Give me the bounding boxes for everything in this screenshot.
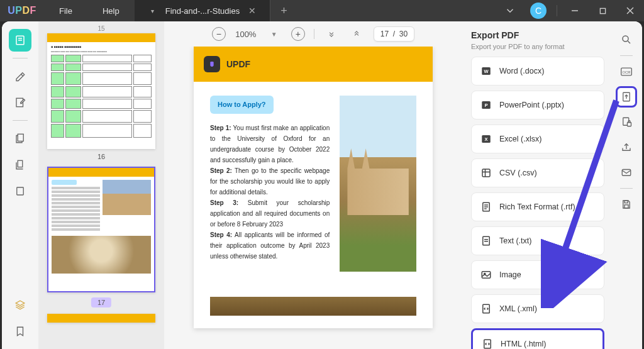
crop-tool[interactable] [9, 153, 31, 176]
svg-rect-8 [18, 134, 23, 141]
scroll-up-icon[interactable] [348, 26, 365, 42]
export-title: Export PDF [471, 30, 604, 40]
email-button[interactable] [616, 162, 637, 183]
right-toolbar: OCR [611, 21, 642, 349]
rtf-icon [480, 201, 492, 213]
svg-rect-10 [17, 187, 24, 195]
menu-help[interactable]: Help [87, 0, 135, 21]
bookmark-tool[interactable] [9, 320, 31, 343]
save-button[interactable] [616, 194, 637, 215]
zoom-in-button[interactable]: + [291, 27, 305, 41]
pdf-page: UPDF How to Apply? Step 1: You must firs… [194, 47, 433, 328]
svg-rect-19 [482, 169, 490, 177]
thumb-label-16: 16 [47, 153, 155, 160]
secondary-image [210, 297, 416, 316]
svg-rect-9 [18, 160, 23, 167]
updf-logo-icon [204, 56, 220, 72]
svg-marker-11 [16, 301, 25, 306]
maximize-button[interactable] [589, 0, 616, 21]
svg-rect-42 [622, 170, 631, 176]
export-text[interactable]: Text (.txt) [471, 226, 604, 255]
export-button-active[interactable] [616, 86, 637, 108]
view-toolbar: − 100% ▼ + 17 / 30 [164, 21, 462, 47]
export-html[interactable]: HTML (.html) [471, 328, 604, 349]
thumb-label-17: 17 [91, 297, 111, 307]
app-body: 15 ■ ■■■■■ ■■■■■■■■■ ■■■■■■■■ ■■■■ ■■■ ■… [2, 21, 642, 349]
svg-text:X: X [484, 136, 487, 142]
export-csv[interactable]: CSV (.csv) [471, 158, 604, 187]
thumb-label-15: 15 [47, 25, 155, 32]
protect-button[interactable] [616, 111, 637, 133]
word-icon: W [480, 65, 492, 77]
document-view: − 100% ▼ + 17 / 30 UPDF [164, 21, 462, 349]
titlebar: UPDF File Help ▾ Find-and-...r-Studies ✕… [0, 0, 644, 21]
svg-text:P: P [484, 102, 487, 108]
left-toolbar [2, 21, 38, 349]
highlight-tool[interactable] [9, 65, 31, 87]
svg-point-33 [623, 36, 628, 42]
ocr-button[interactable]: OCR [616, 61, 637, 82]
menu-file[interactable]: File [44, 0, 87, 21]
export-xml[interactable]: XML (.xml) [471, 294, 604, 323]
zoom-out-button[interactable]: − [212, 27, 226, 41]
export-panel: Export PDF Export your PDF to any format… [462, 21, 611, 349]
export-image[interactable]: Image [471, 260, 604, 289]
tab-title: Find-and-...r-Studies [165, 6, 240, 16]
scroll-down-icon[interactable] [323, 26, 340, 42]
page-number-input[interactable]: 17 / 30 [374, 26, 414, 42]
powerpoint-icon: P [480, 99, 492, 111]
svg-rect-40 [628, 123, 631, 126]
zoom-level: 100% [235, 30, 257, 39]
svg-text:OCR: OCR [623, 70, 631, 74]
stack-tool[interactable] [9, 294, 31, 316]
thumbnails-tool[interactable] [9, 29, 31, 52]
thumbnail-16[interactable]: ■ ■■■■■ ■■■■■■■■■ ■■■■■■■■ ■■■■ ■■■ ■■■■… [47, 33, 155, 149]
svg-rect-1 [600, 8, 605, 13]
xml-icon [480, 303, 492, 314]
search-button[interactable] [616, 29, 637, 50]
layers-tool[interactable] [9, 180, 31, 202]
thumbnail-panel[interactable]: 15 ■ ■■■■■ ■■■■■■■■■ ■■■■■■■■ ■■■■ ■■■ ■… [38, 21, 164, 349]
apply-heading: How to Apply? [210, 96, 274, 114]
export-excel[interactable]: X Excel (.xlsx) [471, 125, 604, 153]
edit-tool[interactable] [9, 91, 31, 114]
minimize-button[interactable] [561, 0, 589, 21]
excel-icon: X [480, 133, 492, 145]
tab-close-icon[interactable]: ✕ [246, 4, 258, 17]
close-button[interactable] [616, 0, 644, 21]
image-icon [480, 269, 492, 280]
share-button[interactable] [616, 136, 637, 158]
new-tab-button[interactable]: + [270, 4, 297, 18]
svg-line-34 [628, 41, 630, 43]
export-rtf[interactable]: Rich Text Format (.rtf) [471, 192, 604, 221]
text-icon [480, 235, 492, 247]
document-tab[interactable]: ▾ Find-and-...r-Studies ✕ [135, 0, 271, 21]
svg-rect-44 [625, 205, 628, 208]
pages-tool[interactable] [9, 127, 31, 150]
svg-text:W: W [484, 69, 489, 74]
user-avatar[interactable]: C [530, 3, 547, 19]
thumbnail-18[interactable] [47, 314, 155, 323]
page-scroll-area[interactable]: UPDF How to Apply? Step 1: You must firs… [164, 47, 462, 349]
svg-rect-43 [625, 201, 628, 203]
chevron-down-icon[interactable] [496, 0, 524, 21]
app-logo: UPDF [0, 5, 44, 16]
html-icon [482, 338, 493, 349]
export-word[interactable]: W Word (.docx) [471, 57, 604, 86]
csv-icon [480, 167, 492, 179]
thumbnail-17-active[interactable] [47, 167, 155, 292]
tab-dropdown-icon[interactable]: ▾ [146, 8, 159, 14]
export-subtitle: Export your PDF to any format [471, 43, 604, 50]
page-logo-text: UPDF [226, 59, 250, 69]
zoom-dropdown-icon[interactable]: ▼ [266, 26, 282, 42]
oxford-image [340, 96, 416, 272]
export-powerpoint[interactable]: P PowerPoint (.pptx) [471, 91, 604, 119]
